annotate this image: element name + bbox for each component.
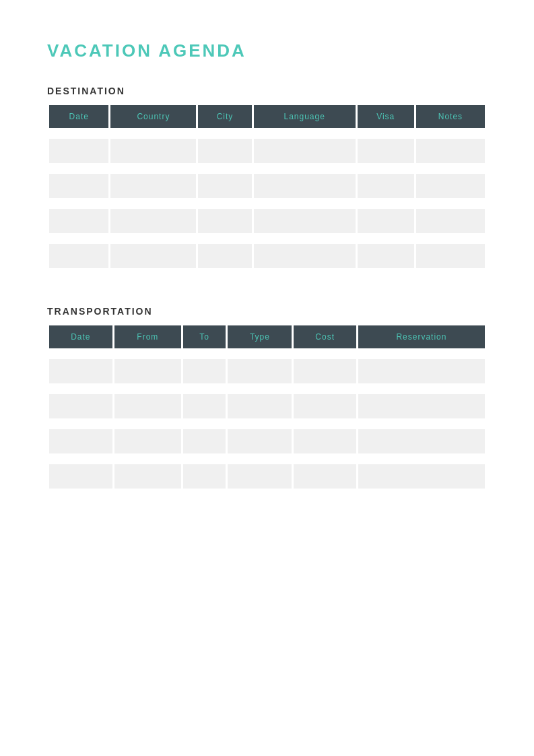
trans-row3-reservation[interactable] — [358, 429, 485, 453]
trans-row2-date[interactable] — [49, 394, 112, 418]
table-row — [49, 464, 485, 489]
trans-row1-type[interactable] — [228, 359, 292, 383]
transport-col-from: From — [114, 325, 181, 348]
trans-row1-reservation[interactable] — [358, 359, 485, 383]
trans-row3-from[interactable] — [114, 429, 181, 453]
dest-row3-visa[interactable] — [358, 209, 414, 233]
transport-col-reservation: Reservation — [358, 325, 485, 348]
destination-table: Date Country City Language Visa Notes — [47, 103, 487, 279]
destination-header-row: Date Country City Language Visa Notes — [49, 105, 485, 128]
dest-row4-visa[interactable] — [358, 244, 414, 268]
dest-row4-city[interactable] — [198, 244, 251, 268]
trans-row2-from[interactable] — [114, 394, 181, 418]
destination-col-language: Language — [254, 105, 356, 128]
dest-row4-language[interactable] — [254, 244, 356, 268]
dest-row1-country[interactable] — [110, 139, 196, 163]
destination-col-country: Country — [110, 105, 196, 128]
destination-col-date: Date — [49, 105, 108, 128]
transportation-section-title: TRANSPORTATION — [47, 306, 487, 317]
trans-row4-type[interactable] — [228, 464, 292, 489]
dest-row1-city[interactable] — [198, 139, 251, 163]
dest-row3-language[interactable] — [254, 209, 356, 233]
destination-col-visa: Visa — [358, 105, 414, 128]
dest-row3-country[interactable] — [110, 209, 196, 233]
dest-row2-country[interactable] — [110, 174, 196, 198]
table-row — [49, 394, 485, 418]
trans-row1-cost[interactable] — [294, 359, 356, 383]
trans-row4-to[interactable] — [183, 464, 226, 489]
dest-row1-visa[interactable] — [358, 139, 414, 163]
trans-row1-to[interactable] — [183, 359, 226, 383]
trans-row2-type[interactable] — [228, 394, 292, 418]
dest-row2-language[interactable] — [254, 174, 356, 198]
trans-row2-reservation[interactable] — [358, 394, 485, 418]
destination-col-city: City — [198, 105, 251, 128]
transportation-table: Date From To Type Cost Reservation — [47, 323, 487, 499]
dest-row4-country[interactable] — [110, 244, 196, 268]
transport-col-to: To — [183, 325, 226, 348]
dest-row4-notes[interactable] — [416, 244, 485, 268]
dest-row2-date[interactable] — [49, 174, 108, 198]
trans-row4-from[interactable] — [114, 464, 181, 489]
dest-row1-date[interactable] — [49, 139, 108, 163]
dest-row1-language[interactable] — [254, 139, 356, 163]
transportation-header-row: Date From To Type Cost Reservation — [49, 325, 485, 348]
table-row — [49, 429, 485, 453]
table-row — [49, 244, 485, 268]
transport-col-type: Type — [228, 325, 292, 348]
transportation-section: TRANSPORTATION Date From To Type Cost Re… — [47, 306, 487, 499]
trans-row3-cost[interactable] — [294, 429, 356, 453]
table-row — [49, 209, 485, 233]
transport-col-cost: Cost — [294, 325, 356, 348]
trans-row3-type[interactable] — [228, 429, 292, 453]
dest-row2-visa[interactable] — [358, 174, 414, 198]
table-row — [49, 174, 485, 198]
dest-row3-city[interactable] — [198, 209, 251, 233]
trans-row3-date[interactable] — [49, 429, 112, 453]
table-row — [49, 139, 485, 163]
transport-col-date: Date — [49, 325, 112, 348]
dest-row2-notes[interactable] — [416, 174, 485, 198]
trans-row2-to[interactable] — [183, 394, 226, 418]
dest-row3-notes[interactable] — [416, 209, 485, 233]
trans-row1-from[interactable] — [114, 359, 181, 383]
trans-row4-date[interactable] — [49, 464, 112, 489]
table-row — [49, 359, 485, 383]
dest-row4-date[interactable] — [49, 244, 108, 268]
trans-row1-date[interactable] — [49, 359, 112, 383]
trans-row4-reservation[interactable] — [358, 464, 485, 489]
destination-col-notes: Notes — [416, 105, 485, 128]
destination-section-title: DESTINATION — [47, 86, 487, 96]
dest-row1-notes[interactable] — [416, 139, 485, 163]
trans-row4-cost[interactable] — [294, 464, 356, 489]
destination-section: DESTINATION Date Country City Language V… — [47, 86, 487, 279]
page-title: VACATION AGENDA — [47, 40, 487, 61]
trans-row2-cost[interactable] — [294, 394, 356, 418]
dest-row3-date[interactable] — [49, 209, 108, 233]
trans-row3-to[interactable] — [183, 429, 226, 453]
dest-row2-city[interactable] — [198, 174, 251, 198]
